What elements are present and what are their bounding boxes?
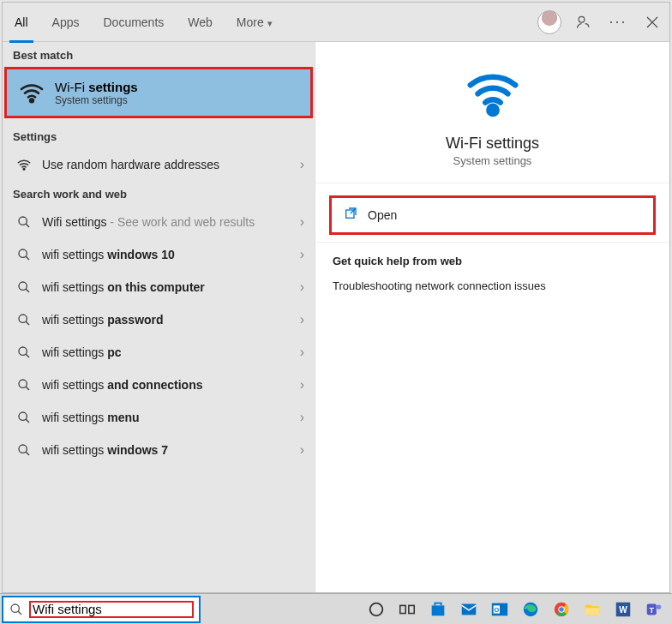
svg-rect-16 xyxy=(409,605,414,613)
svg-text:T: T xyxy=(649,605,654,614)
tab-documents[interactable]: Documents xyxy=(91,3,176,42)
chevron-right-icon: › xyxy=(300,279,304,295)
web-result-label: wifi settings menu xyxy=(42,411,300,424)
tab-apps[interactable]: Apps xyxy=(40,3,92,42)
section-settings: Settings xyxy=(3,123,315,148)
detail-pane: Wi-Fi settings System settings Open Get … xyxy=(315,42,669,592)
svg-point-6 xyxy=(19,315,27,322)
svg-point-4 xyxy=(19,249,27,257)
outlook-icon[interactable]: O xyxy=(485,597,514,622)
help-title: Get quick help from web xyxy=(333,255,652,267)
web-result-row[interactable]: wifi settings windows 7› xyxy=(3,434,315,466)
search-panel: All Apps Documents Web More ··· Best mat… xyxy=(2,2,670,593)
search-icon xyxy=(15,245,33,264)
detail-title: Wi-Fi settings xyxy=(446,135,539,153)
web-result-row[interactable]: wifi settings password› xyxy=(3,303,315,336)
wifi-icon xyxy=(15,155,33,174)
chrome-icon[interactable] xyxy=(547,597,576,622)
chevron-right-icon: › xyxy=(300,410,304,425)
search-icon xyxy=(15,441,33,459)
taskbar: O W T xyxy=(0,593,672,624)
wifi-icon xyxy=(17,78,46,107)
best-match-title: Wi-Fi settings xyxy=(55,80,138,94)
svg-point-8 xyxy=(19,380,27,387)
tab-more[interactable]: More xyxy=(225,3,285,42)
settings-row[interactable]: Use random hardware addresses › xyxy=(3,148,315,181)
taskbar-search[interactable] xyxy=(2,596,201,623)
mail-icon[interactable] xyxy=(454,597,483,622)
web-result-label: Wifi settings - See work and web results xyxy=(42,215,300,229)
svg-rect-27 xyxy=(585,608,600,615)
svg-rect-17 xyxy=(462,603,477,615)
search-icon xyxy=(15,213,33,231)
web-result-label: wifi settings windows 7 xyxy=(42,443,300,457)
svg-point-5 xyxy=(19,282,27,290)
tab-web[interactable]: Web xyxy=(176,3,225,42)
section-best-match: Best match xyxy=(3,42,315,67)
svg-point-9 xyxy=(19,412,27,420)
edge-icon[interactable] xyxy=(516,597,545,622)
web-result-label: wifi settings on this computer xyxy=(42,280,300,294)
store-icon[interactable] xyxy=(423,597,453,622)
section-search-web: Search work and web xyxy=(3,181,315,206)
search-icon xyxy=(15,278,33,297)
svg-point-14 xyxy=(370,603,383,615)
search-icon xyxy=(15,310,33,329)
chevron-right-icon: › xyxy=(300,247,304,262)
web-result-row[interactable]: wifi settings windows 10› xyxy=(3,238,315,271)
task-view-icon[interactable] xyxy=(393,597,422,622)
web-result-row[interactable]: wifi settings on this computer› xyxy=(3,271,315,303)
best-match-subtitle: System settings xyxy=(55,94,138,106)
search-icon xyxy=(15,375,33,394)
chevron-right-icon: › xyxy=(300,377,304,393)
user-avatar[interactable] xyxy=(532,3,567,42)
cortana-icon[interactable] xyxy=(362,597,391,622)
web-result-row[interactable]: wifi settings and connections› xyxy=(3,369,315,401)
search-icon xyxy=(15,408,33,427)
svg-point-13 xyxy=(11,604,19,612)
svg-text:W: W xyxy=(619,604,627,614)
web-result-label: wifi settings and connections xyxy=(42,378,300,392)
close-icon[interactable] xyxy=(635,3,669,42)
svg-point-0 xyxy=(579,16,585,22)
svg-text:O: O xyxy=(494,605,499,613)
wifi-icon xyxy=(463,63,523,126)
web-result-label: wifi settings password xyxy=(42,313,300,327)
web-result-row[interactable]: wifi settings pc› xyxy=(3,336,315,369)
best-match-item[interactable]: Wi-Fi settings System settings xyxy=(4,67,313,118)
svg-point-3 xyxy=(19,217,27,225)
svg-point-10 xyxy=(19,445,27,453)
chevron-right-icon: › xyxy=(300,157,304,172)
web-result-label: wifi settings windows 10 xyxy=(42,248,300,261)
web-result-label: wifi settings pc xyxy=(42,345,300,359)
file-explorer-icon[interactable] xyxy=(578,597,607,622)
word-icon[interactable]: W xyxy=(609,597,638,622)
help-link[interactable]: Troubleshooting network connection issue… xyxy=(333,279,652,292)
taskbar-apps: O W T xyxy=(362,597,672,622)
results-list: Best match Wi-Fi settings System setting… xyxy=(3,42,315,592)
svg-point-11 xyxy=(489,106,496,114)
svg-point-2 xyxy=(23,168,25,170)
web-result-row[interactable]: Wifi settings - See work and web results… xyxy=(3,206,315,238)
chevron-right-icon: › xyxy=(300,214,304,230)
search-icon xyxy=(15,343,33,362)
more-options-icon[interactable]: ··· xyxy=(601,3,635,42)
web-result-row[interactable]: wifi settings menu› xyxy=(3,401,315,434)
feedback-icon[interactable] xyxy=(567,3,601,42)
tabs-bar: All Apps Documents Web More ··· xyxy=(3,3,669,42)
settings-row-label: Use random hardware addresses xyxy=(42,158,300,171)
open-button[interactable]: Open xyxy=(329,195,656,235)
svg-rect-15 xyxy=(400,605,405,613)
svg-point-26 xyxy=(559,607,564,612)
search-icon xyxy=(3,603,29,616)
teams-icon[interactable]: T xyxy=(639,597,669,622)
search-input[interactable] xyxy=(29,597,199,621)
svg-point-1 xyxy=(30,99,33,102)
chevron-right-icon: › xyxy=(300,345,304,360)
open-icon xyxy=(344,207,357,224)
chevron-right-icon: › xyxy=(300,312,304,327)
detail-subtitle: System settings xyxy=(453,154,532,167)
svg-point-7 xyxy=(19,347,27,355)
tab-all[interactable]: All xyxy=(3,3,40,42)
open-label: Open xyxy=(368,208,397,222)
